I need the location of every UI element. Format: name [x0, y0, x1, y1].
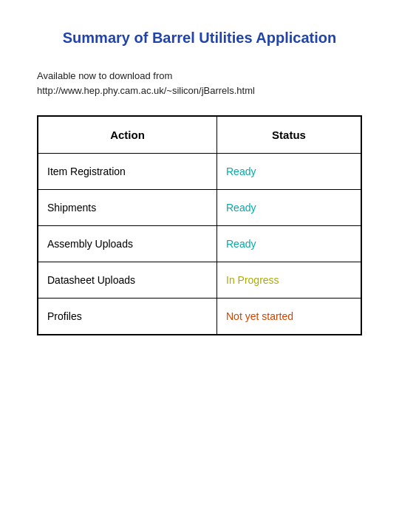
- table-row: ProfilesNot yet started: [38, 299, 361, 335]
- description-line2: http://www.hep.phy.cam.ac.uk/~silicon/jB…: [37, 85, 255, 96]
- description: Available now to download from http://ww…: [37, 69, 362, 98]
- table-cell-action: Shipments: [38, 190, 217, 226]
- table-cell-action: Assembly Uploads: [38, 226, 217, 262]
- table-cell-status: Not yet started: [217, 299, 362, 335]
- col-header-status: Status: [217, 116, 362, 154]
- table-row: Datasheet UploadsIn Progress: [38, 262, 361, 299]
- page-title: Summary of Barrel Utilities Application: [37, 30, 362, 47]
- table-cell-status: Ready: [217, 190, 362, 226]
- table-cell-status: In Progress: [217, 262, 362, 299]
- table-cell-status: Ready: [217, 154, 362, 190]
- table-cell-status: Ready: [217, 226, 362, 262]
- table-cell-action: Datasheet Uploads: [38, 262, 217, 299]
- page-container: Summary of Barrel Utilities Application …: [0, 0, 399, 365]
- description-line1: Available now to download from: [37, 70, 172, 81]
- col-header-action: Action: [38, 116, 217, 154]
- table-row: Assembly UploadsReady: [38, 226, 361, 262]
- table-row: ShipmentsReady: [38, 190, 361, 226]
- table-cell-action: Profiles: [38, 299, 217, 335]
- summary-table: Action Status Item RegistrationReadyShip…: [37, 115, 362, 335]
- table-header-row: Action Status: [38, 116, 361, 154]
- table-row: Item RegistrationReady: [38, 154, 361, 190]
- table-cell-action: Item Registration: [38, 154, 217, 190]
